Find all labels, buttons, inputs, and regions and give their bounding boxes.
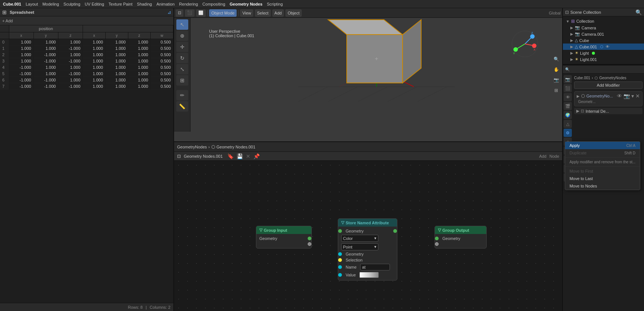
svg-point-20 — [532, 44, 536, 48]
pan-icon[interactable]: ✋ — [552, 65, 561, 74]
file-title[interactable]: Cube.001 — [3, 2, 21, 6]
props-scene-icon[interactable]: 🎬 — [564, 102, 572, 110]
menu-modeling[interactable]: Modeling — [42, 2, 59, 6]
spreadsheet-filter-icon[interactable]: ⊿ — [167, 10, 171, 15]
bookmark-icon[interactable]: 🔖 — [227, 153, 234, 159]
breadcrumb-child[interactable]: Geometry Nodes.001 — [217, 145, 256, 149]
viewport-perspective-info: User Perspective (1) Collection | Cube.0… — [209, 29, 254, 38]
menu-uv[interactable]: UV Editing — [85, 2, 104, 6]
viewport-3d[interactable]: ⊡ ⬛ ⬜ Object Mode View Select Add Object… — [174, 8, 562, 142]
menu-sculpting[interactable]: Sculpting — [64, 2, 80, 6]
scene-item-light001[interactable]: ▶ ☀ Light.001 — [563, 56, 644, 62]
cell-aw: 0.500 — [151, 39, 173, 45]
menu-shading[interactable]: Shading — [137, 2, 152, 6]
modifier-menu-icon[interactable]: ▾ — [631, 93, 634, 99]
scene-item-cube001[interactable]: ▶ △ Cube.001 ⬡ 👁 — [563, 44, 644, 50]
annotate-tool-icon[interactable]: ✏ — [176, 90, 188, 100]
camera-icon-1: 📷 — [575, 25, 580, 30]
group-output-extra-row — [435, 241, 486, 247]
light-label: Light — [580, 51, 589, 55]
viewport-mode-btn[interactable]: ⊡ — [176, 9, 183, 17]
cell-idx: 7 — [0, 83, 9, 90]
zoom-in-icon[interactable]: 🔍 — [552, 55, 561, 64]
cell-py: -1.000 — [33, 83, 58, 90]
scene-item-cube[interactable]: ▶ △ Cube — [563, 37, 644, 44]
cell-aw: 0.500 — [151, 64, 173, 71]
move-tool-icon[interactable]: ✛ — [176, 42, 188, 52]
close-nodes-icon[interactable]: ✕ — [246, 153, 250, 159]
viewport-view-btn[interactable]: View — [240, 9, 253, 17]
svg-line-3 — [358, 87, 388, 102]
col-aw: w — [151, 32, 173, 39]
props-view-icon[interactable]: 👁 — [564, 93, 572, 101]
geonodes-canvas[interactable]: ▽ Group Input Geometry — [174, 161, 562, 311]
scene-item-collection[interactable]: ▼ ⊞ Collection — [563, 18, 644, 25]
rotate-tool-icon[interactable]: ↻ — [176, 53, 188, 63]
store-named-point-select[interactable]: Point ▾ — [341, 243, 378, 250]
props-modifier-icon[interactable]: ⚙ — [564, 129, 572, 137]
menu-compositing[interactable]: Compositing — [202, 2, 225, 6]
menu-rendering[interactable]: Rendering — [179, 2, 198, 6]
save-icon[interactable]: 💾 — [237, 153, 243, 159]
props-search-icon[interactable]: 🔍 — [565, 67, 570, 71]
props-output-icon[interactable]: ⬛ — [564, 84, 572, 92]
geonodes-file-name[interactable]: Geometry Nodes.001 — [184, 154, 223, 158]
add-modifier-button[interactable]: Add Modifier — [574, 81, 643, 89]
props-object-icon[interactable]: △ — [564, 120, 572, 128]
pin-icon[interactable]: 📌 — [253, 153, 260, 159]
grid-icon[interactable]: ⊞ — [552, 86, 561, 95]
node-label[interactable]: Node — [550, 154, 559, 158]
group-output-node[interactable]: ▽ Group Output Geometry — [435, 226, 487, 249]
scene-item-light[interactable]: ▶ ☀ Light — [563, 50, 644, 56]
dropdown-move-first[interactable]: Move to First — [565, 167, 640, 175]
cell-ax: 1.000 — [83, 64, 106, 71]
menu-scripting[interactable]: Scripting — [267, 2, 283, 6]
props-body: 📷 ⬛ 👁 🎬 🌍 △ ⚙ ✦ 🔵 🔗 📊 ⬤ — [563, 74, 644, 311]
props-object-name: Cube.001 — [574, 76, 590, 80]
scene-item-camera001[interactable]: ▶ 📷 Camera.001 — [563, 31, 644, 37]
group-input-node[interactable]: ▽ Group Input Geometry — [256, 226, 312, 249]
menu-geonodes[interactable]: Geometry Nodes — [230, 2, 262, 6]
cursor-tool-icon[interactable]: ⊕ — [176, 31, 188, 41]
viewport-overlay-btn[interactable]: ⬜ — [196, 9, 206, 17]
dropdown-apply[interactable]: Apply Ctrl A — [565, 142, 640, 149]
cell-px: 1.000 — [9, 58, 33, 64]
dropdown-move-nodes[interactable]: Move to Nodes — [565, 182, 640, 190]
props-sidebar: 📷 ⬛ 👁 🎬 🌍 △ ⚙ ✦ 🔵 🔗 📊 ⬤ — [563, 74, 573, 311]
store-named-value-color[interactable] — [359, 272, 379, 278]
modifier-realtime-icon[interactable]: 👁 — [617, 93, 622, 99]
menu-layout[interactable]: Layout — [26, 2, 38, 6]
scale-tool-icon[interactable]: ⤡ — [176, 64, 188, 74]
scene-item-camera[interactable]: ▶ 📷 Camera — [563, 25, 644, 31]
global-label[interactable]: Global — [549, 11, 561, 15]
modifier-delete-icon[interactable]: ✕ — [635, 93, 640, 99]
object-mode-btn[interactable]: Object Mode — [209, 9, 237, 17]
modifier-render-icon[interactable]: 📷 — [624, 93, 630, 99]
viewport-render-btn[interactable]: ⬛ — [185, 9, 195, 17]
dropdown-duplicate[interactable]: Duplicate Shift D — [565, 149, 640, 157]
store-named-color-select[interactable]: Color ▾ — [341, 235, 378, 242]
internal-dep-expand[interactable]: ▶ — [576, 109, 579, 113]
props-render-icon[interactable]: 📷 — [564, 75, 572, 83]
camera-icon[interactable]: 📷 — [552, 76, 561, 84]
store-named-attribute-node[interactable]: ▽ Store Named Attribute Geometry — [338, 218, 397, 280]
menu-texture[interactable]: Texture Paint — [109, 2, 132, 6]
dropdown-move-last[interactable]: Move to Last — [565, 175, 640, 182]
viewport-object-btn[interactable]: Object — [285, 9, 302, 17]
viewport-add-btn[interactable]: Add — [272, 9, 284, 17]
add-label[interactable]: Add — [539, 154, 547, 158]
menu-animation[interactable]: Animation — [156, 2, 174, 6]
props-world-icon[interactable]: 🌍 — [564, 111, 572, 119]
measure-tool-icon[interactable]: 📏 — [176, 101, 188, 112]
select-tool-icon[interactable]: ↖ — [176, 19, 188, 30]
viewport-body[interactable]: User Perspective (1) Collection | Cube.0… — [190, 18, 562, 132]
cell-pz: -1.000 — [58, 83, 83, 90]
gizmo-compass[interactable]: Z X Y — [510, 29, 540, 59]
store-named-name-input[interactable]: at — [360, 264, 390, 270]
search-icon[interactable]: 🔍 — [635, 9, 642, 15]
add-row-button[interactable]: + Add — [2, 19, 13, 23]
transform-tool-icon[interactable]: ⊞ — [176, 75, 188, 86]
breadcrumb-root[interactable]: GeometryNodes — [177, 145, 207, 149]
modifier-expand-icon[interactable]: ▶ — [577, 94, 580, 98]
viewport-select-btn[interactable]: Select — [255, 9, 271, 17]
